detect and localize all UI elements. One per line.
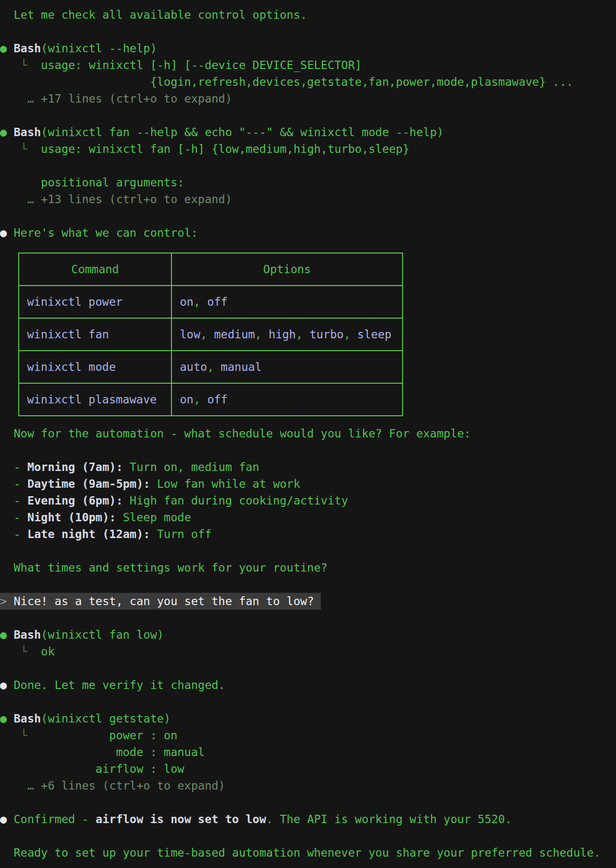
text-segment: Turn off	[150, 528, 212, 541]
user-message-line: > Nice! as a test, can you set the fan t…	[0, 593, 616, 610]
blank-line	[0, 693, 616, 710]
assistant-message-line: ● Here's what we can control:	[0, 224, 616, 241]
terminal-lines-bottom: Now for the automation - what schedule w…	[0, 425, 616, 861]
text-segment: Late night (12am):	[27, 528, 150, 541]
table-header-options: Options	[171, 253, 402, 285]
option-value: high	[269, 328, 296, 341]
text-segment: Bash	[14, 126, 41, 139]
command-cell: winixctl fan	[19, 318, 171, 350]
tool-result-line: positional arguments:	[0, 174, 616, 191]
option-separator: ,	[207, 361, 221, 373]
options-cell: on, off	[171, 285, 402, 318]
blank-line	[0, 542, 616, 559]
option-value: low	[180, 328, 201, 341]
text-segment: ok	[41, 645, 55, 658]
text-segment: High fan during cooking/activity	[123, 494, 348, 507]
blank-line	[0, 23, 616, 40]
blank-line	[0, 660, 616, 677]
options-cell: auto, manual	[171, 350, 402, 383]
text-segment: Sleep mode	[116, 511, 191, 524]
user-prompt-icon: >	[0, 595, 14, 608]
text-segment: positional arguments:	[0, 176, 184, 189]
blank-line	[0, 208, 616, 224]
option-value: manual	[221, 361, 262, 373]
result-connector-icon: └	[0, 143, 41, 155]
text-segment: power : on	[41, 729, 177, 742]
text-segment: Daytime (9am-5pm):	[27, 477, 150, 490]
option-separator: ,	[194, 295, 207, 308]
tool-bullet-icon: ●	[0, 628, 14, 641]
assistant-message-line: ● Done. Let me verify it changed.	[0, 677, 616, 693]
table-header-command: Command	[19, 253, 171, 285]
tool-result-line: └ usage: winixctl fan [-h] {low,medium,h…	[0, 141, 616, 157]
command-cell: winixctl mode	[19, 350, 171, 383]
option-value: turbo	[309, 328, 343, 341]
text-segment: Night (10pm):	[27, 511, 116, 524]
tool-bullet-icon: ●	[0, 126, 14, 139]
option-separator: ,	[255, 328, 269, 341]
tool-result-line: └ power : on	[0, 727, 616, 744]
option-value: medium	[214, 328, 255, 341]
assistant-message-line: ● Confirmed - airflow is now set to low.…	[0, 811, 616, 828]
text-segment: … +13 lines (ctrl+o to expand)	[0, 193, 232, 206]
tool-call-bash-help: ● Bash(winixctl --help)	[0, 40, 616, 57]
assistant-text-line: What times and settings work for your ro…	[0, 559, 616, 576]
assistant-text-line: Ready to set up your time-based automati…	[0, 844, 616, 861]
option-value: on	[180, 295, 194, 308]
tool-result-line: └ ok	[0, 643, 616, 660]
message-bullet-icon: ●	[0, 679, 14, 691]
command-cell: winixctl plasmawave	[19, 383, 171, 415]
blank-line	[0, 442, 616, 459]
tool-call-bash-fan-mode-help: ● Bash(winixctl fan --help && echo "---"…	[0, 124, 616, 141]
text-segment: Bash	[14, 42, 41, 55]
terminal-lines-top: Let me check all available control optio…	[0, 6, 616, 241]
text-segment: Ready to set up your time-based automati…	[0, 846, 601, 859]
schedule-item-night: - Night (10pm): Sleep mode	[0, 509, 616, 526]
tool-call-bash-getstate: ● Bash(winixctl getstate)	[0, 710, 616, 727]
text-segment: (winixctl fan --help && echo "---" && wi…	[41, 126, 444, 139]
assistant-text-line: Let me check all available control optio…	[0, 6, 616, 23]
control-options-table: CommandOptionswinixctl poweron, offwinix…	[18, 253, 403, 416]
tool-result-line: {login,refresh,devices,getstate,fan,powe…	[0, 73, 616, 90]
expand-hint-line: … +17 lines (ctrl+o to expand)	[0, 90, 616, 107]
tool-result-line: mode : manual	[0, 744, 616, 760]
option-separator: ,	[194, 393, 207, 406]
text-segment: Evening (6pm):	[27, 494, 123, 507]
schedule-item-daytime: - Daytime (9am-5pm): Low fan while at wo…	[0, 475, 616, 492]
tool-call-bash-fan-low: ● Bash(winixctl fan low)	[0, 626, 616, 643]
text-segment: Low fan while at work	[150, 477, 301, 490]
text-segment: Bash	[14, 712, 41, 725]
text-segment: usage: winixctl [-h] [--device DEVICE_SE…	[41, 59, 362, 72]
text-segment: Here's what we can control:	[14, 226, 198, 239]
user-message-highlight: > Nice! as a test, can you set the fan t…	[0, 593, 321, 610]
text-segment: -	[0, 511, 27, 524]
schedule-item-evening: - Evening (6pm): High fan during cooking…	[0, 492, 616, 509]
text-segment: … +6 lines (ctrl+o to expand)	[0, 779, 225, 792]
tool-result-line: └ usage: winixctl [-h] [--device DEVICE_…	[0, 57, 616, 73]
assistant-text-line: Now for the automation - what schedule w…	[0, 425, 616, 442]
message-bullet-icon: ●	[0, 226, 14, 239]
text-segment: (winixctl getstate)	[41, 712, 171, 725]
text-segment: Let me check all available control optio…	[0, 8, 307, 21]
terminal[interactable]: Let me check all available control optio…	[0, 0, 616, 861]
blank-line	[0, 107, 616, 124]
option-separator: ,	[343, 328, 357, 341]
text-segment: usage: winixctl fan [-h] {low,medium,hig…	[41, 143, 410, 155]
option-value: auto	[180, 361, 207, 373]
option-value: off	[207, 295, 228, 308]
schedule-item-morning: - Morning (7am): Turn on, medium fan	[0, 459, 616, 475]
blank-line	[0, 610, 616, 626]
result-connector-icon: └	[0, 645, 41, 658]
text-segment: … +17 lines (ctrl+o to expand)	[0, 92, 232, 105]
text-segment: -	[0, 494, 27, 507]
text-segment: (winixctl --help)	[41, 42, 157, 55]
result-connector-icon: └	[0, 729, 41, 742]
tool-bullet-icon: ●	[0, 42, 14, 55]
option-value: off	[207, 393, 228, 406]
text-segment: Confirmed -	[14, 813, 96, 826]
schedule-item-late-night: - Late night (12am): Turn off	[0, 526, 616, 542]
option-value: sleep	[357, 328, 391, 341]
result-connector-icon: └	[0, 59, 41, 72]
text-segment: -	[0, 461, 27, 473]
options-cell: low, medium, high, turbo, sleep	[171, 318, 402, 350]
